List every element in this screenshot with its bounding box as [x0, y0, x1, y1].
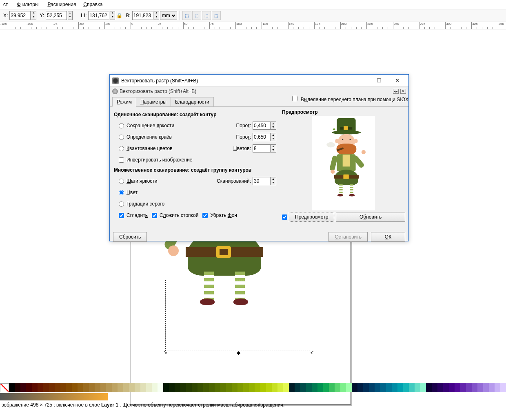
color-swatch[interactable]	[380, 383, 386, 392]
brightness-cutoff-radio[interactable]	[119, 123, 124, 128]
color-swatch[interactable]	[220, 383, 226, 392]
color-swatch[interactable]	[89, 383, 95, 392]
color-swatch[interactable]	[449, 383, 455, 392]
transform-mode-2[interactable]: ⬚	[192, 11, 201, 20]
color-swatch[interactable]	[55, 383, 60, 392]
units-select[interactable]: mm	[160, 11, 177, 20]
close-button[interactable]: ✕	[388, 75, 406, 86]
color-swatch[interactable]	[95, 383, 100, 392]
color-swatch[interactable]	[243, 383, 249, 392]
color-swatch[interactable]	[20, 383, 26, 392]
color-swatch[interactable]	[323, 383, 329, 392]
y-spinner[interactable]: ▲▼	[68, 11, 73, 20]
transform-mode-1[interactable]: ⬚	[182, 11, 191, 20]
transform-mode-3[interactable]: ⬚	[202, 11, 211, 20]
color-swatch[interactable]	[369, 383, 375, 392]
color-swatch[interactable]	[375, 383, 380, 392]
resize-handle-sw[interactable]: ↘	[163, 349, 167, 353]
color-swatch[interactable]	[317, 383, 323, 392]
live-preview-checkbox[interactable]	[282, 214, 287, 220]
stop-button[interactable]: Остановить	[328, 232, 368, 242]
color-swatch[interactable]	[135, 383, 140, 392]
color-swatch[interactable]	[100, 383, 106, 392]
ok-button[interactable]: ОК	[371, 232, 405, 242]
color-swatch[interactable]	[443, 383, 449, 392]
x-spinner[interactable]: ▲▼	[31, 11, 36, 20]
color-swatch[interactable]	[9, 383, 15, 392]
h-spinner[interactable]: ▲▼	[154, 11, 159, 20]
threshold2-input[interactable]	[253, 133, 271, 141]
color-swatch[interactable]	[260, 383, 266, 392]
grayscale-radio[interactable]	[119, 201, 124, 207]
menu-item-help[interactable]: Справка	[82, 1, 104, 8]
color-swatch[interactable]	[38, 383, 43, 392]
color-swatch[interactable]	[392, 383, 397, 392]
scans-input[interactable]	[253, 177, 271, 185]
color-swatch[interactable]	[215, 383, 220, 392]
color-swatch[interactable]	[329, 383, 335, 392]
tab-options[interactable]: Параметры	[136, 97, 171, 106]
color-swatch[interactable]	[335, 383, 340, 392]
color-swatch[interactable]	[295, 383, 300, 392]
color-swatch[interactable]	[43, 383, 49, 392]
color-swatch[interactable]	[146, 383, 152, 392]
color-swatch[interactable]	[415, 383, 420, 392]
menu-item-filters[interactable]: Фильтры	[16, 1, 42, 8]
colors-spinner[interactable]: ▲▼	[271, 144, 276, 153]
color-swatch[interactable]	[209, 383, 215, 392]
color-radio[interactable]	[119, 190, 124, 195]
color-swatch[interactable]	[306, 383, 312, 392]
invert-checkbox[interactable]	[119, 157, 124, 163]
color-swatch[interactable]	[152, 383, 158, 392]
dock-controls[interactable]: ◂▸✕	[393, 89, 406, 94]
color-swatch[interactable]	[123, 383, 129, 392]
color-swatch[interactable]	[466, 383, 472, 392]
color-swatch[interactable]	[500, 383, 506, 392]
x-input[interactable]	[9, 11, 31, 20]
fill-gradient-preview[interactable]	[0, 393, 108, 400]
threshold2-spinner[interactable]: ▲▼	[271, 133, 276, 141]
color-swatch[interactable]	[272, 383, 277, 392]
color-swatch[interactable]	[66, 383, 72, 392]
color-quant-radio[interactable]	[119, 146, 124, 151]
color-swatch[interactable]	[140, 383, 146, 392]
brightness-steps-radio[interactable]	[119, 179, 124, 184]
color-swatch[interactable]	[403, 383, 409, 392]
color-swatch[interactable]	[112, 383, 118, 392]
menu-item-text[interactable]: ст	[0, 1, 11, 8]
color-swatch[interactable]	[420, 383, 426, 392]
lock-aspect-icon[interactable]: 🔒	[116, 13, 122, 18]
stack-checkbox[interactable]	[152, 213, 157, 218]
color-swatch[interactable]	[283, 383, 289, 392]
live-preview-toggle[interactable]: Предпросмотр	[289, 212, 334, 222]
color-swatch[interactable]	[163, 383, 169, 392]
smooth-checkbox[interactable]	[119, 213, 124, 218]
color-swatch[interactable]	[460, 383, 466, 392]
edge-detect-radio[interactable]	[119, 135, 124, 140]
w-spinner[interactable]: ▲▼	[110, 11, 115, 20]
color-swatch[interactable]	[472, 383, 477, 392]
color-swatch[interactable]	[78, 383, 83, 392]
color-swatch[interactable]	[249, 383, 255, 392]
minimize-button[interactable]: —	[352, 75, 370, 86]
color-swatch[interactable]	[118, 383, 123, 392]
siox-option[interactable]: Выделение переднего плана при помощи SIO…	[292, 96, 408, 106]
color-swatch[interactable]	[192, 383, 198, 392]
resize-handle-se[interactable]: ↙	[310, 349, 314, 353]
color-swatch[interactable]	[397, 383, 403, 392]
color-swatch[interactable]	[432, 383, 437, 392]
no-color-swatch[interactable]	[0, 383, 9, 392]
tab-credits[interactable]: Благодарности	[171, 97, 214, 106]
color-swatch[interactable]	[72, 383, 78, 392]
color-swatch[interactable]	[300, 383, 306, 392]
threshold1-input[interactable]	[253, 122, 271, 130]
color-swatch[interactable]	[477, 383, 483, 392]
color-swatch[interactable]	[180, 383, 186, 392]
resize-handle-s[interactable]: ◆	[237, 350, 241, 354]
color-swatch[interactable]	[198, 383, 203, 392]
color-swatch[interactable]	[266, 383, 272, 392]
color-swatch[interactable]	[357, 383, 363, 392]
color-swatch[interactable]	[32, 383, 38, 392]
color-swatch[interactable]	[129, 383, 135, 392]
siox-checkbox[interactable]	[292, 96, 297, 101]
